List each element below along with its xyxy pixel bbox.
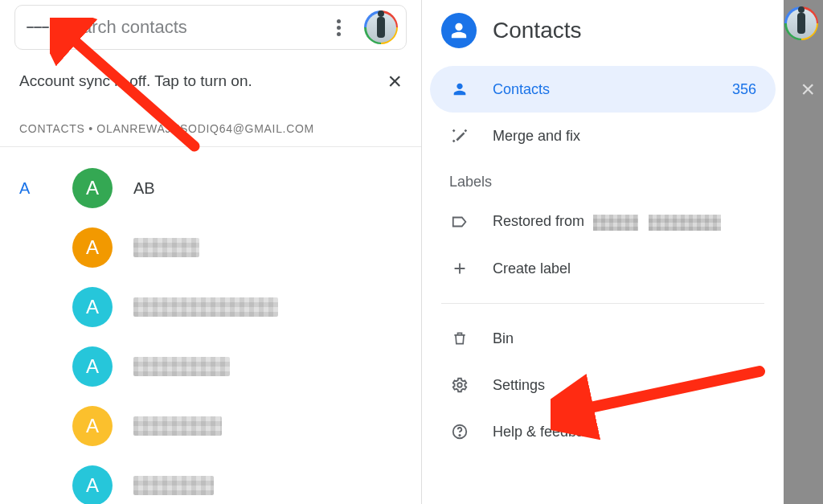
more-options-icon[interactable] [329,19,348,36]
nav-label: Restored from [493,213,584,229]
contact-name-redacted [133,357,230,376]
nav-help-feedback[interactable]: Help & feedback [430,408,776,455]
contact-row[interactable]: AA [0,277,421,337]
contact-name-redacted [133,238,199,257]
nav-label: Create label [493,260,571,277]
nav-label: Help & feedback [493,424,599,440]
labels-section-header: Labels [422,159,784,199]
search-bar: Search contacts [14,5,407,50]
contact-row[interactable]: AA [0,218,421,277]
search-input[interactable]: Search contacts [60,17,317,38]
contacts-list-panel: Search contacts Account sync is off. Tap… [0,0,421,504]
nav-label: Merge and fix [493,128,580,145]
nav-label: Contacts [493,81,550,98]
nav-settings[interactable]: Settings [430,362,776,408]
nav-merge-and-fix[interactable]: Merge and fix [430,113,776,159]
trash-icon [449,330,470,346]
contacts-count: 356 [732,81,756,98]
redacted-text [649,215,721,231]
contact-avatar: A [72,346,113,387]
nav-bin[interactable]: Bin [430,315,776,362]
account-email-line: CONTACTS • OLANREWAJUSODIQ64@GMAIL.COM [19,122,402,135]
gear-icon [449,376,470,394]
nav-label: Bin [493,330,514,347]
contact-row[interactable]: AAAB [0,158,421,218]
nav-contacts[interactable]: Contacts 356 [430,66,776,113]
close-icon-bg[interactable]: × [800,77,815,101]
sync-text: Account sync is off. Tap to turn on. [19,72,252,90]
plus-icon [449,260,470,277]
contacts-list: AAABAAAAAAAAAA [0,158,421,504]
contact-avatar: A [72,168,113,208]
sync-banner[interactable]: Account sync is off. Tap to turn on. × [0,69,421,93]
nav-restored-label[interactable]: Restored from [430,199,776,245]
contacts-app-icon [441,13,477,48]
person-icon [449,80,470,98]
close-icon[interactable]: × [387,69,402,93]
drawer-title: Contacts [493,18,582,43]
contact-row[interactable]: AA [0,337,421,396]
contact-name-redacted [133,416,222,436]
drawer-panel: Contacts Contacts 356 Merge and fix Labe… [421,0,823,504]
account-avatar[interactable] [364,10,398,44]
contact-name-redacted [133,476,214,495]
divider [441,303,764,304]
svg-point-3 [459,435,460,436]
nav-label: Settings [493,377,545,394]
contact-row[interactable]: AA [0,396,421,456]
divider [0,146,421,147]
backdrop-shade[interactable]: × [784,0,823,504]
contact-avatar: A [72,406,113,446]
contact-row[interactable]: AA [0,456,421,504]
wand-icon [449,127,470,145]
contact-name-redacted [133,297,278,317]
nav-create-label[interactable]: Create label [430,245,776,292]
section-letter: A [19,179,51,198]
contact-avatar: A [72,287,113,327]
label-icon [449,213,470,231]
svg-point-1 [457,383,462,387]
contact-avatar: A [72,465,113,504]
contact-name: AB [133,179,155,198]
contact-avatar: A [72,227,113,268]
drawer-header: Contacts [422,0,784,66]
hamburger-menu-icon[interactable] [27,16,49,39]
help-icon [449,423,470,440]
account-avatar-bg[interactable] [784,6,818,40]
redacted-text [593,215,638,231]
nav-drawer: Contacts Contacts 356 Merge and fix Labe… [422,0,784,504]
